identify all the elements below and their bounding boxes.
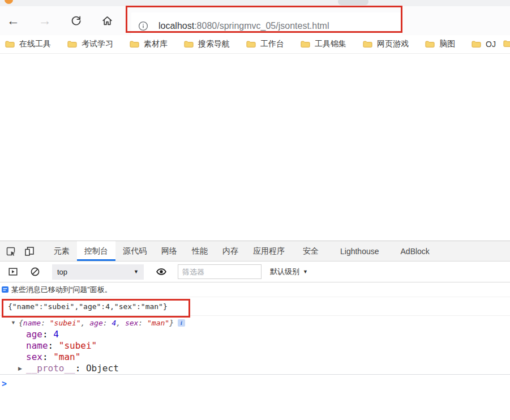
tab-elements[interactable]: 元素 [46,241,77,261]
bookmark-label: 脑图 [439,39,455,49]
folder-icon [246,40,256,48]
tab-security[interactable]: 安全 [292,241,329,261]
bookmark-label: 素材库 [144,39,168,49]
folder-icon [301,40,310,48]
tab-performance[interactable]: 性能 [185,241,215,261]
folder-icon [363,40,372,48]
page-info-icon[interactable] [138,21,148,31]
bookmark-label: 工具锦集 [315,39,346,49]
bookmark-label: OJ [486,40,496,49]
console-prompt-row[interactable]: > [0,375,510,389]
url-text: localhost:8080/springmvc_05/jsontest.htm… [158,21,329,31]
console-log-row: {"name":"subei","age":4,"sex":"man"} [0,297,510,316]
folder-icon [5,40,15,48]
json-output: {"name":"subei","age":4,"sex":"man"} [8,302,168,311]
tab-lighthouse[interactable]: Lighthouse [329,241,390,261]
inspect-element-button[interactable] [1,241,20,261]
live-expression-button[interactable] [152,266,170,277]
forward-button[interactable]: → [36,6,53,35]
bookmark-folder[interactable]: 搜索导航 [184,39,230,49]
home-button[interactable] [98,6,115,35]
url-host: localhost [158,21,194,31]
browser-tab[interactable] [338,0,368,5]
notice-text: 某些消息已移动到“问题”面板。 [11,285,112,295]
folder-icon [425,40,435,48]
browser-toolbar: ← → localhost:8080/springmvc_05/jsontest… [0,6,510,35]
console-notice-row: 某些消息已移动到“问题”面板。 [0,282,510,297]
bookmark-folder[interactable]: OJ [472,40,496,49]
proto-key: __proto__ [26,363,75,374]
folder-icon [472,40,481,48]
proto-value: Object [86,363,119,374]
screen: ← → localhost:8080/springmvc_05/jsontest… [0,0,510,420]
object-property-row: age: 4 [0,328,510,340]
bookmark-label: 网页游戏 [377,39,409,49]
folder-icon [503,40,510,48]
home-icon [101,15,113,27]
sidebar-toggle-icon [8,267,18,277]
clear-console-icon [30,267,40,277]
bookmark-folder[interactable]: 考试学习 [67,39,113,49]
console-filter-input[interactable] [178,264,262,279]
url-path: :8080/springmvc_05/jsontest.html [194,21,329,31]
back-button[interactable]: ← [5,6,22,35]
inspect-cursor-icon [5,246,16,257]
browser-tab-strip [0,0,510,6]
refresh-button[interactable] [67,6,84,35]
tab-adblock[interactable]: AdBlock [390,241,440,261]
object-preview: {name: "subei", age: 4, sex: "man"} [19,319,174,327]
context-value: top [57,268,67,276]
devtools-tab-bar: 元素 控制台 源代码 网络 性能 内存 应用程序 安全 Lighthouse A… [0,241,510,262]
object-property-row: sex: "man" [0,351,510,362]
console-toolbar: top ▼ 默认级别 ▼ [0,262,510,282]
proto-row: ▶ __proto__: Object [0,362,510,374]
console-messages: 某些消息已移动到“问题”面板。 {"name":"subei","age":4,… [0,282,510,389]
console-context-selector[interactable]: top ▼ [52,264,144,280]
page-content [0,54,510,241]
tab-favicon [5,0,13,4]
bookmark-label: 工作台 [260,39,284,49]
folder-icon [184,40,194,48]
bookmark-folder[interactable]: 在线工具 [5,39,51,49]
forward-icon: → [38,14,52,27]
bookmark-label: 考试学习 [82,39,113,49]
object-preview-row: ▼ {name: "subei", age: 4, sex: "man"} i [0,317,510,328]
issues-icon[interactable] [2,286,8,293]
object-property-row: name: "subei" [0,340,510,351]
refresh-icon [70,15,82,27]
tab-sources[interactable]: 源代码 [115,241,154,261]
folder-icon [67,40,77,48]
bookmark-folder-partial[interactable] [503,40,510,50]
prop-key: age [26,329,42,340]
collapse-triangle-icon[interactable]: ▼ [11,320,19,325]
devtools-panel: 元素 控制台 源代码 网络 性能 内存 应用程序 安全 Lighthouse A… [0,241,510,420]
chevron-down-icon: ▼ [134,269,139,275]
value-info-icon[interactable]: i [178,319,185,327]
console-sidebar-toggle[interactable] [3,267,22,277]
tab-application[interactable]: 应用程序 [246,241,292,261]
chevron-down-icon: ▼ [303,269,308,275]
device-toolbar-icon [24,246,35,257]
bookmark-folder[interactable]: 脑图 [425,39,455,49]
prompt-chevron-icon: > [2,379,7,389]
bookmark-label: 在线工具 [19,39,51,49]
log-level-dropdown[interactable]: 默认级别 ▼ [270,267,308,277]
expand-triangle-icon[interactable]: ▶ [18,366,26,371]
bookmark-folder[interactable]: 工作台 [246,39,284,49]
prop-value: 4 [53,329,59,340]
back-icon: ← [7,14,20,27]
bookmark-folder[interactable]: 素材库 [130,39,168,49]
tab-network[interactable]: 网络 [154,241,185,261]
devtools-tabs: 元素 控制台 源代码 网络 性能 内存 应用程序 安全 Lighthouse A… [46,241,440,261]
prop-value: "man" [53,352,80,362]
bookmark-label: 搜索导航 [198,39,230,49]
bookmark-folder[interactable]: 工具锦集 [301,39,346,49]
tab-console[interactable]: 控制台 [77,241,115,261]
clear-console-button[interactable] [25,267,44,277]
prop-key: sex [26,352,42,362]
device-toolbar-button[interactable] [20,241,38,261]
tab-memory[interactable]: 内存 [215,241,246,261]
log-level-label: 默认级别 [270,267,299,277]
eye-icon [156,266,167,277]
bookmark-folder[interactable]: 网页游戏 [363,39,409,49]
